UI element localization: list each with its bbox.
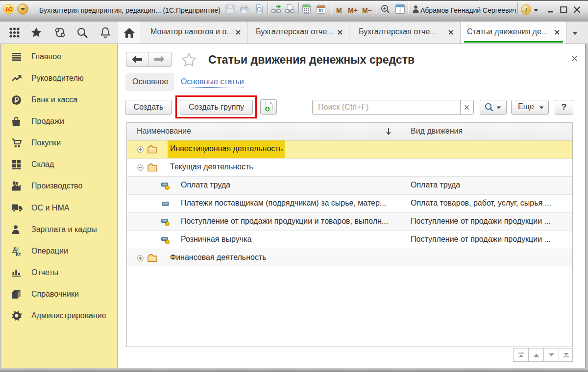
svg-text:31: 31 bbox=[318, 8, 323, 13]
svg-text:Кт: Кт bbox=[16, 252, 21, 256]
svg-text:Дт: Дт bbox=[13, 246, 19, 252]
svg-text:1С: 1С bbox=[5, 6, 12, 12]
svg-text:i: i bbox=[525, 6, 527, 14]
